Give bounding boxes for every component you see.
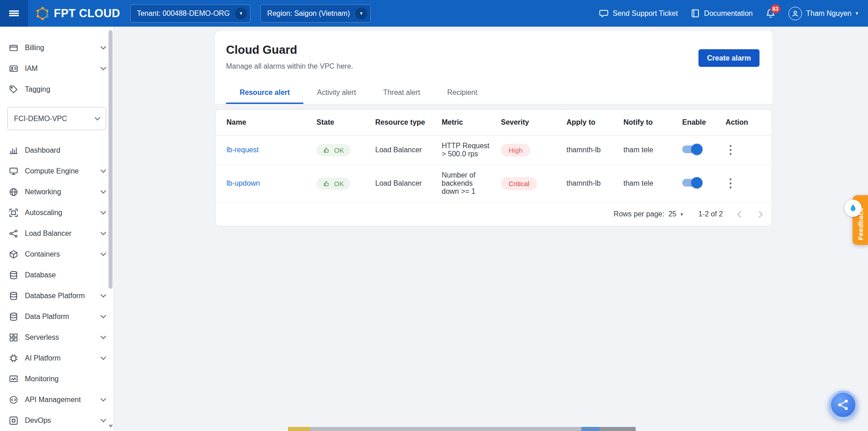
vpc-selector-value: FCI-DEMO-VPC [14,115,67,123]
enable-toggle[interactable] [682,145,701,153]
sidebar-item-load-balancer[interactable]: Load Balancer [0,223,113,244]
table-row: lb-updown OK Load Balancer Number of bac… [216,165,772,202]
book-icon [690,9,700,18]
apply-to-value: thamnth-lb [566,146,601,154]
id-card-icon [9,64,18,73]
bottom-edge-artifact [581,427,599,431]
sidebar-item-tagging[interactable]: Tagging [0,79,113,100]
tenant-selector[interactable]: Tenant: 000488-DEMO-ORG ▾ [130,5,250,23]
caret-down-icon: ▾ [355,8,367,19]
notifications-button[interactable]: 83 [765,8,776,19]
chevron-down-icon [100,417,106,422]
sidebar-scrollbar-down-arrow[interactable] [108,425,113,428]
monitor-pulse-icon [9,375,18,384]
chevron-down-icon [100,167,106,173]
caret-down-icon: ▾ [680,212,683,217]
tab-recipient[interactable]: Recipient [434,82,491,104]
col-header-metric: Metric [436,110,495,136]
sidebar: Billing IAM Tagging FCI-DEMO-VPC Dashboa… [0,27,114,431]
tenant-label: Tenant: 000488-DEMO-ORG [137,9,230,18]
resource-type-value: Load Balancer [375,146,422,154]
chevron-down-icon [94,115,100,121]
sidebar-item-monitoring[interactable]: Monitoring [0,369,113,389]
sidebar-item-billing[interactable]: Billing [0,37,113,58]
hamburger-menu-button[interactable] [0,0,28,27]
sidebar-item-iam[interactable]: IAM [0,58,113,79]
sidebar-scrollbar-thumb[interactable] [108,30,113,289]
sidebar-item-compute-engine[interactable]: Compute Engine [0,161,113,182]
notification-count-badge: 83 [770,4,781,14]
alarm-name-link[interactable]: lb-request [226,146,259,154]
kebab-menu-icon [729,145,732,155]
chevron-down-icon [100,230,106,235]
sidebar-item-database-platform[interactable]: Database Platform [0,286,113,306]
rows-per-page-label: Rows per page: [613,210,664,218]
pagination-range: 1-2 of 2 [698,210,723,218]
col-header-resource-type: Resource type [370,110,436,136]
tab-resource-alert[interactable]: Resource alert [226,82,303,104]
documentation-label: Documentation [704,9,753,18]
notify-to-value: tham tele [623,146,653,154]
sidebar-item-devops[interactable]: DevOps [0,410,113,431]
alarm-name-link[interactable]: lb-updown [226,179,260,187]
row-actions-menu-button[interactable] [726,176,736,191]
chevron-down-icon [100,396,106,402]
vpc-selector[interactable]: FCI-DEMO-VPC [7,107,106,130]
col-header-enable: Enable [677,110,720,136]
alert-tabs: Resource alert Activity alert Threat ale… [215,82,772,104]
network-nodes-icon [836,398,850,412]
chat-bubble-icon [599,9,609,18]
sidebar-item-data-platform[interactable]: Data Platform [0,306,113,327]
row-actions-menu-button[interactable] [726,143,736,157]
assistant-fab-button[interactable] [829,390,858,419]
bottom-edge-artifact [288,427,310,431]
feedback-tab[interactable]: Feedback [853,195,868,245]
database-icon [9,312,18,321]
sidebar-item-ai-platform[interactable]: AI Platform [0,348,113,369]
grid-icon [9,333,18,342]
next-page-button[interactable] [756,211,763,218]
chevron-down-icon [100,354,106,360]
region-selector[interactable]: Region: Saigon (Vietnam) ▾ [260,5,371,23]
sidebar-item-database[interactable]: Database [0,265,113,286]
database-icon [9,271,18,280]
topbar-actions: Send Support Ticket Documentation 83 Tha… [599,7,868,20]
sidebar-item-api-management[interactable]: API Management [0,389,113,410]
database-icon [9,291,18,300]
user-name: Tham Nguyen [806,9,852,18]
user-menu[interactable]: Tham Nguyen ▾ [788,7,858,20]
sidebar-item-networking[interactable]: Networking [0,182,113,202]
enable-toggle[interactable] [682,179,701,187]
documentation-button[interactable]: Documentation [690,9,753,18]
table-row: lb-request OK Load Balancer HTTP Request… [216,136,772,165]
chevron-down-icon [100,65,106,70]
metric-value: Number of backends down >= 1 [442,171,476,195]
region-label: Region: Saigon (Vietnam) [267,9,350,18]
sidebar-item-containers[interactable]: Containers [0,244,113,265]
col-header-state: State [311,110,370,136]
page-title: Cloud Guard [226,43,353,57]
sidebar-item-dashboard[interactable]: Dashboard [0,140,113,161]
tab-threat-alert[interactable]: Threat alert [369,82,434,104]
rows-per-page-value: 25 [668,210,676,218]
previous-page-button[interactable] [737,211,745,218]
severity-badge: High [501,144,530,157]
send-support-ticket-button[interactable]: Send Support Ticket [599,9,678,18]
cube-icon [9,250,18,259]
col-header-action: Action [720,110,772,136]
rows-per-page-select[interactable]: Rows per page: 25 ▾ [613,210,683,218]
tab-activity-alert[interactable]: Activity alert [303,82,369,104]
apply-to-value: thamnth-lb [566,179,601,187]
share-nodes-icon [9,229,18,238]
col-header-apply-to: Apply to [561,110,618,136]
metric-value: HTTP Request > 500.0 rps [442,142,490,158]
page-header-panel: Cloud Guard Manage all alarms within the… [215,31,772,104]
create-alarm-button[interactable]: Create alarm [698,49,760,67]
wallet-icon [9,43,18,52]
sidebar-item-serverless[interactable]: Serverless [0,327,113,348]
apps-grid-icon [9,416,18,425]
chevron-down-icon [100,333,106,339]
scale-box-icon [9,208,18,217]
support-label: Send Support Ticket [613,9,678,18]
sidebar-item-autoscaling[interactable]: Autoscaling [0,202,113,223]
